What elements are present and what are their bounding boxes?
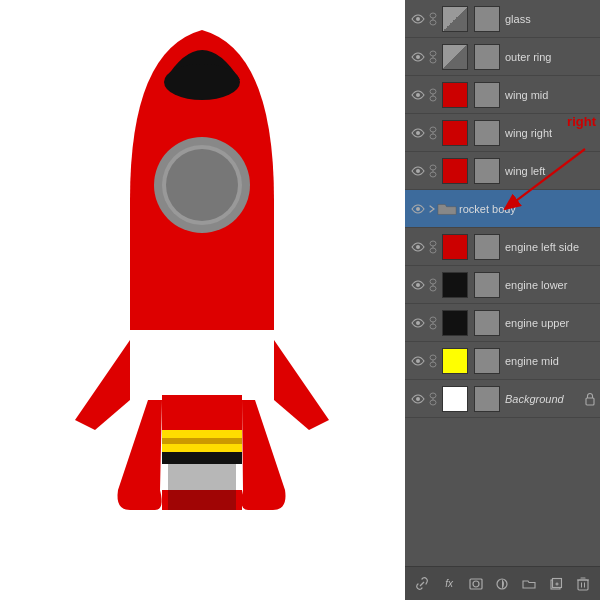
layer-name-engine-mid: engine mid <box>503 355 598 367</box>
layer-row-engine-mid[interactable]: engine mid <box>405 342 600 380</box>
svg-rect-5 <box>130 330 274 344</box>
svg-rect-42 <box>430 317 436 322</box>
layer-thumb-engine-upper <box>442 310 468 336</box>
svg-point-4 <box>166 149 238 221</box>
svg-rect-9 <box>162 438 242 444</box>
chain-icon-wing-left <box>427 162 439 180</box>
svg-rect-11 <box>168 455 236 510</box>
layer-mask-thumb-engine-left-side <box>474 234 500 260</box>
delete-layer-button[interactable] <box>572 573 594 595</box>
svg-point-32 <box>416 207 420 211</box>
layer-row-outer-ring[interactable]: outer ring <box>405 38 600 76</box>
layer-row-background[interactable]: Background <box>405 380 600 418</box>
svg-point-1 <box>164 64 240 100</box>
svg-rect-53 <box>586 398 594 405</box>
svg-rect-35 <box>430 248 436 253</box>
layer-row-wing-left[interactable]: wing left <box>405 152 600 190</box>
layer-name-engine-left-side: engine left side <box>503 241 598 253</box>
svg-rect-34 <box>430 241 436 246</box>
layer-row-engine-upper[interactable]: engine upper <box>405 304 600 342</box>
layer-name-wing-right: wing right <box>503 127 598 139</box>
layer-name-outer-ring: outer ring <box>503 51 598 63</box>
visibility-icon-glass[interactable] <box>409 10 427 28</box>
layer-name-engine-upper: engine upper <box>503 317 598 329</box>
visibility-icon-background[interactable] <box>409 390 427 408</box>
layer-thumb-background <box>442 386 468 412</box>
visibility-icon-wing-left[interactable] <box>409 162 427 180</box>
svg-rect-18 <box>430 58 436 63</box>
svg-rect-21 <box>430 89 436 94</box>
layers-list[interactable]: glass outer ring wing mid wing right win… <box>405 0 600 566</box>
chain-icon-engine-left-side <box>427 238 439 256</box>
adjustment-button[interactable] <box>491 573 513 595</box>
layer-row-wing-right[interactable]: wing right <box>405 114 600 152</box>
layer-mask-thumb-wing-left <box>474 158 500 184</box>
layer-name-wing-left: wing left <box>503 165 598 177</box>
svg-rect-46 <box>430 355 436 360</box>
svg-point-16 <box>416 55 420 59</box>
svg-point-37 <box>416 283 420 287</box>
layer-row-engine-lower[interactable]: engine lower <box>405 266 600 304</box>
layer-thumb-engine-left-side <box>442 234 468 260</box>
visibility-icon-wing-mid[interactable] <box>409 86 427 104</box>
svg-rect-29 <box>430 165 436 170</box>
chain-icon-engine-upper <box>427 314 439 332</box>
layer-row-glass[interactable]: glass <box>405 0 600 38</box>
layer-mask-thumb-outer-ring <box>474 44 500 70</box>
visibility-icon-outer-ring[interactable] <box>409 48 427 66</box>
svg-rect-39 <box>430 286 436 291</box>
new-group-button[interactable] <box>518 573 540 595</box>
layer-name-wing-mid: wing mid <box>503 89 598 101</box>
layer-row-rocket-body[interactable]: rocket body <box>405 190 600 228</box>
layer-mask-thumb-engine-upper <box>474 310 500 336</box>
svg-point-41 <box>416 321 420 325</box>
chain-icon-engine-mid <box>427 352 439 370</box>
group-expand-icon-rocket-body[interactable] <box>427 200 437 218</box>
canvas-area <box>0 0 405 600</box>
visibility-icon-engine-left-side[interactable] <box>409 238 427 256</box>
svg-rect-61 <box>578 580 588 590</box>
layer-name-glass: glass <box>503 13 598 25</box>
svg-rect-26 <box>430 134 436 139</box>
svg-point-12 <box>416 17 420 21</box>
layer-name-background: Background <box>503 393 582 405</box>
layer-thumb-glass <box>442 6 468 32</box>
svg-rect-38 <box>430 279 436 284</box>
layer-row-wing-mid[interactable]: wing mid <box>405 76 600 114</box>
layer-thumb-wing-mid <box>442 82 468 108</box>
layer-thumb-engine-lower <box>442 272 468 298</box>
layer-mask-thumb-background <box>474 386 500 412</box>
svg-point-45 <box>416 359 420 363</box>
svg-point-24 <box>416 131 420 135</box>
svg-rect-43 <box>430 324 436 329</box>
layer-mask-thumb-glass <box>474 6 500 32</box>
svg-rect-50 <box>430 393 436 398</box>
svg-point-28 <box>416 169 420 173</box>
layer-name-rocket-body: rocket body <box>457 203 598 215</box>
visibility-icon-engine-upper[interactable] <box>409 314 427 332</box>
layer-row-engine-left-side[interactable]: engine left side <box>405 228 600 266</box>
svg-point-20 <box>416 93 420 97</box>
layer-mask-thumb-engine-lower <box>474 272 500 298</box>
svg-rect-22 <box>430 96 436 101</box>
add-mask-button[interactable] <box>465 573 487 595</box>
svg-point-33 <box>416 245 420 249</box>
svg-point-55 <box>473 581 479 587</box>
folder-icon-rocket-body <box>437 200 457 218</box>
visibility-icon-rocket-body[interactable] <box>409 200 427 218</box>
new-layer-button[interactable] <box>545 573 567 595</box>
svg-rect-25 <box>430 127 436 132</box>
layer-thumb-engine-mid <box>442 348 468 374</box>
fx-button[interactable]: fx <box>438 573 460 595</box>
visibility-icon-engine-lower[interactable] <box>409 276 427 294</box>
chain-icon-glass <box>427 10 439 28</box>
visibility-icon-wing-right[interactable] <box>409 124 427 142</box>
layer-thumb-wing-left <box>442 158 468 184</box>
layer-thumb-wing-right <box>442 120 468 146</box>
svg-rect-13 <box>430 13 436 18</box>
visibility-icon-engine-mid[interactable] <box>409 352 427 370</box>
svg-point-49 <box>416 397 420 401</box>
chain-icon-outer-ring <box>427 48 439 66</box>
layers-panel: glass outer ring wing mid wing right win… <box>405 0 600 600</box>
link-layers-button[interactable] <box>411 573 433 595</box>
